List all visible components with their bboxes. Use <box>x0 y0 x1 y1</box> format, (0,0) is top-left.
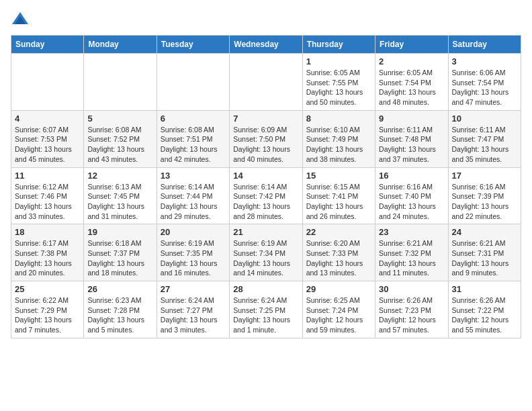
day-number: 4 <box>15 113 80 124</box>
calendar-cell: 19Sunrise: 6:18 AM Sunset: 7:37 PM Dayli… <box>84 224 157 281</box>
calendar-header: SundayMondayTuesdayWednesdayThursdayFrid… <box>11 36 521 54</box>
day-of-week-header: Wednesday <box>230 36 302 54</box>
calendar-cell: 30Sunrise: 6:26 AM Sunset: 7:23 PM Dayli… <box>375 281 448 338</box>
day-number: 29 <box>306 284 371 294</box>
calendar-cell: 1Sunrise: 6:05 AM Sunset: 7:55 PM Daylig… <box>302 54 375 111</box>
day-number: 2 <box>379 56 444 66</box>
day-number: 13 <box>161 171 226 181</box>
calendar-cell: 26Sunrise: 6:23 AM Sunset: 7:28 PM Dayli… <box>84 281 157 338</box>
day-info: Sunrise: 6:16 AM Sunset: 7:40 PM Dayligh… <box>379 182 444 222</box>
day-info: Sunrise: 6:12 AM Sunset: 7:46 PM Dayligh… <box>15 182 80 222</box>
calendar-cell <box>11 54 84 111</box>
day-number: 6 <box>161 113 226 124</box>
day-info: Sunrise: 6:22 AM Sunset: 7:29 PM Dayligh… <box>15 295 80 335</box>
day-info: Sunrise: 6:19 AM Sunset: 7:35 PM Dayligh… <box>161 238 226 278</box>
day-info: Sunrise: 6:16 AM Sunset: 7:39 PM Dayligh… <box>452 182 517 222</box>
calendar-cell: 11Sunrise: 6:12 AM Sunset: 7:46 PM Dayli… <box>11 167 84 224</box>
calendar-cell: 20Sunrise: 6:19 AM Sunset: 7:35 PM Dayli… <box>157 224 229 281</box>
calendar-table: SundayMondayTuesdayWednesdayThursdayFrid… <box>11 35 521 338</box>
calendar-cell: 15Sunrise: 6:15 AM Sunset: 7:41 PM Dayli… <box>302 167 375 224</box>
day-info: Sunrise: 6:11 AM Sunset: 7:47 PM Dayligh… <box>452 125 517 165</box>
days-of-week-row: SundayMondayTuesdayWednesdayThursdayFrid… <box>11 36 521 54</box>
day-info: Sunrise: 6:21 AM Sunset: 7:32 PM Dayligh… <box>379 238 444 278</box>
day-of-week-header: Sunday <box>11 36 84 54</box>
calendar-cell: 23Sunrise: 6:21 AM Sunset: 7:32 PM Dayli… <box>375 224 448 281</box>
day-number: 3 <box>452 56 517 66</box>
calendar-cell: 27Sunrise: 6:24 AM Sunset: 7:27 PM Dayli… <box>157 281 229 338</box>
calendar-cell: 8Sunrise: 6:10 AM Sunset: 7:49 PM Daylig… <box>302 110 375 167</box>
logo <box>11 11 32 30</box>
calendar-cell <box>84 54 157 111</box>
calendar-cell: 28Sunrise: 6:24 AM Sunset: 7:25 PM Dayli… <box>230 281 302 338</box>
day-number: 18 <box>15 227 80 237</box>
day-of-week-header: Monday <box>84 36 157 54</box>
day-info: Sunrise: 6:05 AM Sunset: 7:55 PM Dayligh… <box>306 68 371 107</box>
day-info: Sunrise: 6:07 AM Sunset: 7:53 PM Dayligh… <box>15 125 80 165</box>
calendar-cell: 31Sunrise: 6:26 AM Sunset: 7:22 PM Dayli… <box>448 281 521 338</box>
day-number: 14 <box>233 171 298 181</box>
day-number: 8 <box>306 113 371 124</box>
day-number: 27 <box>161 284 226 294</box>
day-info: Sunrise: 6:26 AM Sunset: 7:22 PM Dayligh… <box>452 295 517 335</box>
calendar-cell: 17Sunrise: 6:16 AM Sunset: 7:39 PM Dayli… <box>448 167 521 224</box>
day-number: 23 <box>379 227 444 237</box>
day-info: Sunrise: 6:06 AM Sunset: 7:54 PM Dayligh… <box>452 68 517 107</box>
day-info: Sunrise: 6:11 AM Sunset: 7:48 PM Dayligh… <box>379 125 444 165</box>
calendar-cell: 10Sunrise: 6:11 AM Sunset: 7:47 PM Dayli… <box>448 110 521 167</box>
calendar-cell: 16Sunrise: 6:16 AM Sunset: 7:40 PM Dayli… <box>375 167 448 224</box>
day-number: 28 <box>233 284 298 294</box>
calendar-cell: 18Sunrise: 6:17 AM Sunset: 7:38 PM Dayli… <box>11 224 84 281</box>
page-header <box>11 11 521 30</box>
calendar-cell: 6Sunrise: 6:08 AM Sunset: 7:51 PM Daylig… <box>157 110 229 167</box>
day-of-week-header: Tuesday <box>157 36 229 54</box>
calendar-cell: 9Sunrise: 6:11 AM Sunset: 7:48 PM Daylig… <box>375 110 448 167</box>
day-info: Sunrise: 6:10 AM Sunset: 7:49 PM Dayligh… <box>306 125 371 165</box>
calendar-cell: 5Sunrise: 6:08 AM Sunset: 7:52 PM Daylig… <box>84 110 157 167</box>
day-info: Sunrise: 6:24 AM Sunset: 7:27 PM Dayligh… <box>161 295 226 335</box>
calendar-cell: 25Sunrise: 6:22 AM Sunset: 7:29 PM Dayli… <box>11 281 84 338</box>
calendar-cell: 29Sunrise: 6:25 AM Sunset: 7:24 PM Dayli… <box>302 281 375 338</box>
day-number: 11 <box>15 171 80 181</box>
calendar-week-row: 11Sunrise: 6:12 AM Sunset: 7:46 PM Dayli… <box>11 167 521 224</box>
calendar-cell: 14Sunrise: 6:14 AM Sunset: 7:42 PM Dayli… <box>230 167 302 224</box>
day-info: Sunrise: 6:18 AM Sunset: 7:37 PM Dayligh… <box>87 238 152 278</box>
calendar-cell: 3Sunrise: 6:06 AM Sunset: 7:54 PM Daylig… <box>448 54 521 111</box>
day-info: Sunrise: 6:20 AM Sunset: 7:33 PM Dayligh… <box>306 238 371 278</box>
day-info: Sunrise: 6:21 AM Sunset: 7:31 PM Dayligh… <box>452 238 517 278</box>
day-number: 19 <box>87 227 152 237</box>
day-number: 31 <box>452 284 517 294</box>
calendar-week-row: 1Sunrise: 6:05 AM Sunset: 7:55 PM Daylig… <box>11 54 521 111</box>
day-number: 25 <box>15 284 80 294</box>
calendar-cell: 24Sunrise: 6:21 AM Sunset: 7:31 PM Dayli… <box>448 224 521 281</box>
day-number: 7 <box>233 113 298 124</box>
day-number: 10 <box>452 113 517 124</box>
calendar-week-row: 4Sunrise: 6:07 AM Sunset: 7:53 PM Daylig… <box>11 110 521 167</box>
day-info: Sunrise: 6:05 AM Sunset: 7:54 PM Dayligh… <box>379 68 444 107</box>
day-number: 24 <box>452 227 517 237</box>
day-info: Sunrise: 6:24 AM Sunset: 7:25 PM Dayligh… <box>233 295 298 335</box>
day-number: 30 <box>379 284 444 294</box>
calendar-week-row: 25Sunrise: 6:22 AM Sunset: 7:29 PM Dayli… <box>11 281 521 338</box>
day-info: Sunrise: 6:23 AM Sunset: 7:28 PM Dayligh… <box>87 295 152 335</box>
calendar-cell: 2Sunrise: 6:05 AM Sunset: 7:54 PM Daylig… <box>375 54 448 111</box>
day-number: 5 <box>87 113 152 124</box>
day-info: Sunrise: 6:25 AM Sunset: 7:24 PM Dayligh… <box>306 295 371 335</box>
calendar-cell: 7Sunrise: 6:09 AM Sunset: 7:50 PM Daylig… <box>230 110 302 167</box>
calendar-body: 1Sunrise: 6:05 AM Sunset: 7:55 PM Daylig… <box>11 54 521 338</box>
calendar-week-row: 18Sunrise: 6:17 AM Sunset: 7:38 PM Dayli… <box>11 224 521 281</box>
logo-icon <box>11 11 30 30</box>
day-info: Sunrise: 6:14 AM Sunset: 7:44 PM Dayligh… <box>161 182 226 222</box>
day-info: Sunrise: 6:08 AM Sunset: 7:51 PM Dayligh… <box>161 125 226 165</box>
calendar-cell <box>230 54 302 111</box>
day-info: Sunrise: 6:17 AM Sunset: 7:38 PM Dayligh… <box>15 238 80 278</box>
day-info: Sunrise: 6:26 AM Sunset: 7:23 PM Dayligh… <box>379 295 444 335</box>
day-info: Sunrise: 6:08 AM Sunset: 7:52 PM Dayligh… <box>87 125 152 165</box>
day-number: 9 <box>379 113 444 124</box>
calendar-cell: 4Sunrise: 6:07 AM Sunset: 7:53 PM Daylig… <box>11 110 84 167</box>
calendar-cell: 12Sunrise: 6:13 AM Sunset: 7:45 PM Dayli… <box>84 167 157 224</box>
day-number: 12 <box>87 171 152 181</box>
day-info: Sunrise: 6:14 AM Sunset: 7:42 PM Dayligh… <box>233 182 298 222</box>
calendar-cell: 21Sunrise: 6:19 AM Sunset: 7:34 PM Dayli… <box>230 224 302 281</box>
day-info: Sunrise: 6:15 AM Sunset: 7:41 PM Dayligh… <box>306 182 371 222</box>
day-number: 21 <box>233 227 298 237</box>
